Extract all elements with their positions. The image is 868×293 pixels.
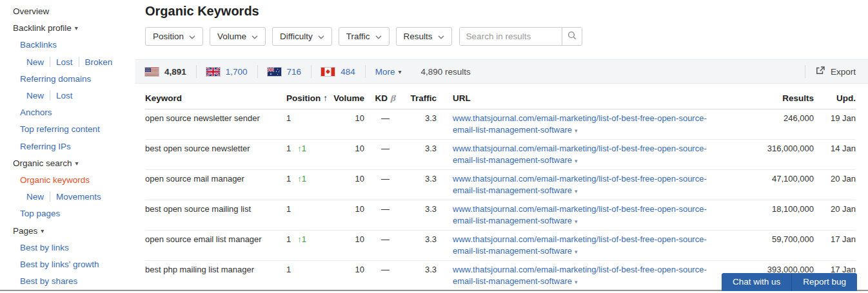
sidebar-item-label: Anchors	[20, 108, 52, 117]
position-value: 1	[286, 113, 291, 123]
url-dropdown-icon[interactable]: ▾	[575, 218, 578, 225]
sidebar-item-movements[interactable]: Movements	[56, 192, 101, 202]
column-header-results[interactable]: Results	[732, 93, 814, 103]
more-countries-link[interactable]: More▾	[375, 67, 402, 77]
url-dropdown-icon[interactable]: ▾	[575, 249, 578, 255]
volume-cell: 10	[329, 143, 364, 155]
ca-flag-icon	[321, 68, 335, 76]
updated-cell: 20 Jan	[814, 173, 856, 185]
sidebar-item-top-referring-content[interactable]: Top referring content	[0, 121, 135, 138]
url-link[interactable]: www.thatsjournal.com/email-marketing/lis…	[453, 234, 707, 256]
volume-cell: 10	[329, 203, 364, 215]
sidebar-item-best-by-links[interactable]: Best by links	[0, 240, 135, 256]
sidebar-item-lost[interactable]: Lost	[56, 91, 73, 100]
sidebar-item-backlink-profile[interactable]: Backlink profile▾	[0, 20, 135, 37]
url-cell: www.thatsjournal.com/email-marketing/lis…	[437, 173, 732, 197]
url-link[interactable]: www.thatsjournal.com/email-marketing/lis…	[453, 144, 707, 165]
chevron-down-icon: ▾	[75, 160, 79, 167]
filter-button-position[interactable]: Position	[145, 27, 203, 46]
filter-button-difficulty[interactable]: Difficulty	[272, 27, 332, 46]
column-header-traffic[interactable]: Traffic	[406, 93, 437, 103]
column-header-url[interactable]: URL	[437, 93, 732, 103]
url-link[interactable]: www.thatsjournal.com/email-marketing/lis…	[453, 265, 707, 286]
sidebar-item-overview[interactable]: Overview	[0, 3, 135, 20]
sidebar-item-backlinks[interactable]: Backlinks	[0, 37, 135, 53]
sidebar-item-label: Backlinks	[20, 40, 57, 50]
country-tab-ca[interactable]: 484	[321, 67, 355, 77]
sidebar-item-referring-ips[interactable]: Referring IPs	[0, 138, 135, 155]
url-dropdown-icon[interactable]: ▾	[575, 188, 578, 194]
sidebar-item-new[interactable]: New	[26, 57, 44, 67]
column-header-upd[interactable]: Upd.	[814, 93, 856, 103]
url-cell: www.thatsjournal.com/email-marketing/lis…	[437, 264, 732, 288]
sidebar-item-label: Top pages	[20, 209, 60, 218]
country-tab-gb[interactable]: 1,700	[206, 67, 248, 77]
filter-button-label: Traffic	[346, 32, 370, 41]
url-link[interactable]: www.thatsjournal.com/email-marketing/lis…	[453, 204, 707, 225]
url-cell: www.thatsjournal.com/email-marketing/lis…	[437, 234, 732, 258]
position-cell: 1↑1	[282, 234, 329, 245]
column-header-volume[interactable]: Volume	[329, 93, 364, 103]
chat-with-us-button[interactable]: Chat with us	[722, 273, 791, 291]
results-cell: 18,100,000	[732, 203, 814, 215]
sidebar-item-pages[interactable]: Pages▾	[0, 223, 135, 240]
url-dropdown-icon[interactable]: ▾	[575, 128, 578, 134]
position-value: 1	[286, 265, 291, 274]
search-button[interactable]	[562, 28, 582, 45]
traffic-cell: 3.3	[406, 203, 437, 215]
url-link[interactable]: www.thatsjournal.com/email-marketing/lis…	[453, 174, 707, 195]
table-row: open source mail manager1↑110—3.3www.tha…	[145, 170, 856, 200]
export-icon	[815, 66, 825, 77]
sidebar-item-best-by-shares[interactable]: Best by shares	[0, 273, 135, 290]
column-header-kd[interactable]: KDβ	[364, 93, 406, 103]
search-box	[459, 27, 582, 46]
sidebar-inline-links: NewMovements	[0, 189, 135, 205]
results-cell: 246,000	[732, 113, 814, 124]
sidebar-item-anchors[interactable]: Anchors	[0, 104, 135, 121]
sidebar-item-lost[interactable]: Lost	[56, 57, 73, 67]
sidebar-item-organic-search[interactable]: Organic search▾	[0, 155, 135, 172]
sort-ascending-icon: ↑	[323, 93, 328, 103]
url-cell: www.thatsjournal.com/email-marketing/lis…	[437, 203, 732, 227]
filter-button-traffic[interactable]: Traffic	[339, 27, 390, 46]
sidebar-item-label: Referring domains	[20, 74, 91, 84]
country-tab-us[interactable]: 4,891	[145, 67, 186, 77]
kd-cell: —	[364, 113, 406, 124]
sidebar-item-label: Best by links	[20, 243, 69, 252]
us-flag-icon	[145, 68, 159, 76]
sidebar-item-new[interactable]: New	[26, 91, 44, 100]
sidebar-item-best-by-links-growth[interactable]: Best by links' growth	[0, 256, 135, 273]
filters-row: PositionVolumeDifficultyTrafficResults	[145, 27, 868, 46]
sidebar-item-organic-keywords[interactable]: Organic keywords	[0, 172, 135, 189]
updated-cell: 17 Jan	[814, 234, 856, 245]
country-tab-au[interactable]: 716	[268, 67, 302, 77]
position-cell: 1↑1	[282, 173, 329, 185]
divider	[196, 65, 197, 78]
chevron-down-icon	[189, 32, 195, 41]
url-dropdown-icon[interactable]: ▾	[575, 279, 578, 285]
report-bug-button[interactable]: Report bug	[791, 273, 857, 291]
keyword-cell: best open source mailing list	[145, 203, 282, 215]
sidebar-item-top-pages[interactable]: Top pages	[0, 205, 135, 222]
sidebar-item-broken[interactable]: Broken	[85, 57, 113, 67]
filter-button-results[interactable]: Results	[396, 27, 452, 46]
column-header-position[interactable]: Position↑	[282, 93, 329, 103]
divider	[50, 191, 50, 202]
sidebar-item-label: Backlink profile	[13, 23, 72, 33]
volume-cell: 10	[329, 173, 364, 185]
column-header-keyword[interactable]: Keyword	[145, 93, 282, 103]
sidebar-item-new[interactable]: New	[26, 192, 44, 202]
search-input[interactable]	[460, 28, 562, 45]
column-header-label: Traffic	[410, 93, 437, 103]
export-button[interactable]: Export	[815, 66, 856, 77]
position-value: 1	[286, 174, 291, 184]
filter-button-volume[interactable]: Volume	[210, 27, 266, 46]
table-header-row: KeywordPosition↑VolumeKDβTrafficURLResul…	[145, 93, 856, 109]
results-total: 4,890 results	[420, 67, 470, 77]
volume-cell: 10	[329, 113, 364, 124]
url-link[interactable]: www.thatsjournal.com/email-marketing/lis…	[453, 113, 707, 135]
sidebar-item-referring-domains[interactable]: Referring domains	[0, 71, 135, 88]
url-dropdown-icon[interactable]: ▾	[575, 158, 578, 164]
chevron-down-icon: ▾	[75, 24, 78, 32]
country-count: 716	[287, 67, 302, 77]
